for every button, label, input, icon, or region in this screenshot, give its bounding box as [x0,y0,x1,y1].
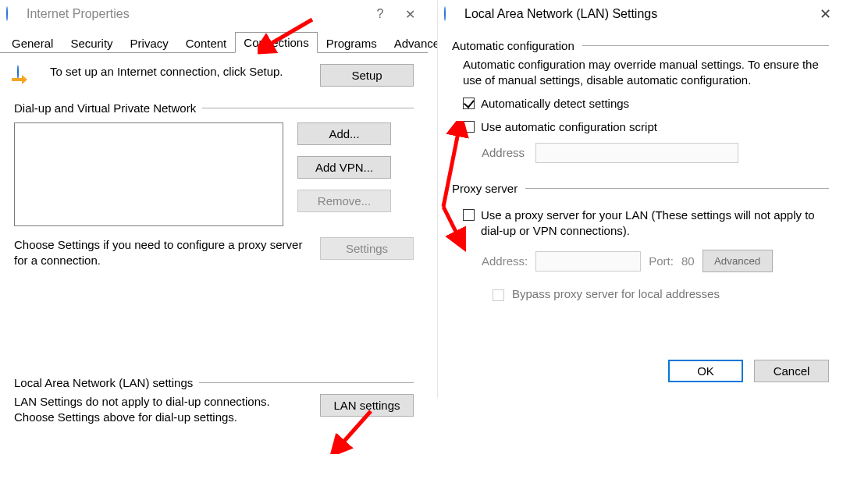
close-icon[interactable]: ✕ [398,7,422,22]
add-vpn-button[interactable]: Add VPN... [297,156,391,179]
setup-button[interactable]: Setup [320,64,414,87]
globe-icon [444,7,458,21]
auto-config-group: Automatic configuration Automatic config… [452,39,829,163]
auto-script-checkbox[interactable] [463,121,475,133]
add-button[interactable]: Add... [297,122,391,145]
auto-detect-label: Automatically detect settings [481,96,629,112]
title-text: Internet Properties [27,7,130,21]
advanced-button: Advanced [702,250,773,272]
tab-general[interactable]: General [3,33,62,53]
auto-config-label: Automatic configuration [452,39,574,52]
use-proxy-label: Use a proxy server for your LAN (These s… [481,208,829,239]
dialup-label-text: Dial-up and Virtual Private Network [14,101,196,115]
tab-content[interactable]: Content [177,33,236,53]
lan-section-label: Local Area Network (LAN) settings [14,376,414,389]
choose-settings-text: Choose Settings if you need to configure… [14,237,306,268]
cancel-button[interactable]: Cancel [754,360,829,382]
bypass-checkbox [493,289,504,301]
autoconfig-address-field [535,143,738,163]
dialup-section-label: Dial-up and Virtual Private Network [14,101,414,115]
proxy-address-field [535,251,641,272]
lan-settings-button[interactable]: LAN settings [320,394,414,417]
lan-titlebar: Local Area Network (LAN) Settings ✕ [438,0,843,28]
auto-script-label: Use automatic configuration script [481,119,657,135]
proxy-group: Proxy server Use a proxy server for your… [452,182,829,302]
autoconfig-address-label: Address [482,145,525,161]
close-icon[interactable]: ✕ [813,5,837,23]
auto-config-text: Automatic configuration may override man… [463,57,829,88]
tab-security[interactable]: Security [62,33,121,53]
globe-icon [6,7,20,21]
titlebar: Internet Properties ? ✕ [0,0,428,28]
use-proxy-checkbox[interactable] [463,209,475,221]
lan-label-text: Local Area Network (LAN) settings [14,376,193,389]
lan-settings-window: Local Area Network (LAN) Settings ✕ Auto… [437,0,843,398]
settings-button: Settings [320,237,414,260]
auto-detect-checkbox[interactable] [463,98,475,109]
tab-connections[interactable]: Connections [235,32,317,53]
tab-programs[interactable]: Programs [318,33,386,53]
help-icon[interactable]: ? [368,7,392,21]
tabstrip: General Security Privacy Content Connect… [0,28,428,53]
lan-settings-text: LAN Settings do not apply to dial-up con… [14,394,306,425]
tab-privacy[interactable]: Privacy [122,33,177,53]
remove-button: Remove... [297,190,391,212]
lan-title-text: Local Area Network (LAN) Settings [464,7,657,21]
proxy-label: Proxy server [452,182,518,195]
proxy-address-label: Address: [482,254,528,269]
connection-listbox[interactable] [14,122,283,226]
internet-properties-window: Internet Properties ? ✕ General Security… [0,0,428,504]
setup-text: To set up an Internet connection, click … [50,64,309,80]
ok-button[interactable]: OK [668,360,743,382]
proxy-port-value: 80 [681,254,695,269]
setup-globe-icon [17,66,39,87]
proxy-port-label: Port: [649,254,674,269]
bypass-label: Bypass proxy server for local addresses [512,286,720,302]
